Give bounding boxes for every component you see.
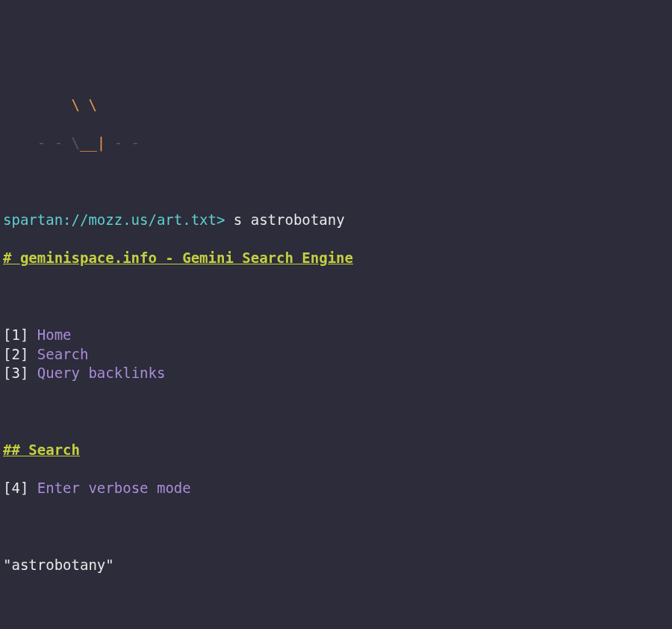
nav-label: Search bbox=[37, 346, 89, 362]
nav-item-1[interactable]: [1] Home bbox=[3, 326, 672, 345]
nav-label: Query backlinks bbox=[37, 365, 166, 381]
ascii-art-line2: - - \__| - - bbox=[3, 134, 672, 153]
terminal-output: \ \ - - \__| - - spartan://mozz.us/art.t… bbox=[0, 77, 672, 629]
nav-label: Home bbox=[37, 326, 72, 343]
nav-item-3[interactable]: [3] Query backlinks bbox=[3, 364, 672, 383]
nav-links: [1] Home[2] Search[3] Query backlinks bbox=[3, 326, 672, 383]
blank-line bbox=[3, 288, 672, 307]
blank-line bbox=[3, 402, 672, 421]
nav-item-2[interactable]: [2] Search bbox=[3, 345, 672, 365]
search-query: "astrobotany" bbox=[3, 556, 672, 575]
prompt-line[interactable]: spartan://mozz.us/art.txt> s astrobotany bbox=[3, 211, 672, 230]
nav-item-4[interactable]: [4] Enter verbose mode bbox=[3, 479, 672, 498]
page-heading: # geminispace.info - Gemini Search Engin… bbox=[3, 249, 672, 268]
prompt-url: spartan://mozz.us/art.txt> bbox=[3, 211, 225, 228]
ascii-art-line1: \ \ bbox=[3, 96, 672, 115]
search-heading: ## Search bbox=[3, 441, 672, 460]
prompt-command: s astrobotany bbox=[225, 211, 344, 228]
blank-line bbox=[3, 517, 672, 536]
blank-line bbox=[3, 173, 672, 192]
blank-line bbox=[3, 594, 672, 613]
